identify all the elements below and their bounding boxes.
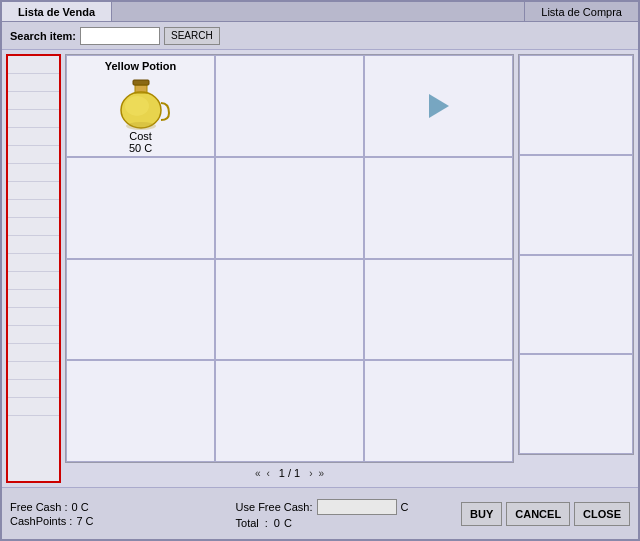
grid-cell-0[interactable]: Yellow Potion	[66, 55, 215, 157]
right-panel	[518, 50, 638, 487]
potion-image	[111, 78, 171, 133]
list-item[interactable]	[8, 362, 59, 380]
arrow-cursor-icon	[429, 94, 449, 118]
item-cost-label: Cost	[67, 130, 214, 142]
list-item[interactable]	[8, 254, 59, 272]
item-cost-value: 50 C	[67, 142, 214, 154]
right-cell-2[interactable]	[519, 255, 633, 355]
use-free-cash-unit: C	[401, 501, 409, 513]
total-label: Total	[236, 517, 259, 529]
grid-cell-2	[364, 55, 513, 157]
left-panel	[6, 54, 61, 483]
total-value: 0	[274, 517, 280, 529]
page-next-button[interactable]: ›	[308, 468, 313, 479]
list-item[interactable]	[8, 398, 59, 416]
list-item[interactable]	[8, 344, 59, 362]
tab-lista-compra[interactable]: Lista de Compra	[525, 2, 638, 21]
list-item[interactable]	[8, 290, 59, 308]
buy-button[interactable]: BUY	[461, 502, 502, 526]
title-bar: Lista de Venda Lista de Compra	[2, 2, 638, 22]
list-item[interactable]	[8, 110, 59, 128]
right-cell-3[interactable]	[519, 354, 633, 454]
list-item[interactable]	[8, 92, 59, 110]
close-button[interactable]: CLOSE	[574, 502, 630, 526]
page-prev-button[interactable]: ‹	[265, 468, 270, 479]
grid-cell-9[interactable]	[66, 360, 215, 462]
list-item[interactable]	[8, 272, 59, 290]
footer-left: Free Cash : 0 C CashPoints : 7 C	[10, 501, 228, 527]
svg-point-3	[125, 96, 149, 116]
grid-cell-8[interactable]	[364, 259, 513, 361]
right-grid	[518, 54, 634, 455]
right-cell-1[interactable]	[519, 155, 633, 255]
list-item[interactable]	[8, 308, 59, 326]
free-cash-label: Free Cash :	[10, 501, 67, 513]
page-last-button[interactable]: »	[318, 468, 326, 479]
page-first-button[interactable]: «	[254, 468, 262, 479]
list-item[interactable]	[8, 74, 59, 92]
free-cash-value: 0 C	[71, 501, 88, 513]
list-item[interactable]	[8, 326, 59, 344]
center-area: Yellow Potion	[61, 50, 518, 487]
search-button[interactable]: SEARCH	[164, 27, 220, 45]
list-item[interactable]	[8, 128, 59, 146]
total-unit: C	[284, 517, 292, 529]
footer-row-cash: Free Cash : 0 C	[10, 501, 228, 513]
cash-points-label: CashPoints :	[10, 515, 72, 527]
tab-lista-venda[interactable]: Lista de Venda	[2, 2, 112, 21]
grid-cell-1[interactable]	[215, 55, 364, 157]
grid-cell-6[interactable]	[66, 259, 215, 361]
footer-row-total: Total : 0 C	[236, 517, 454, 529]
page-info: 1 / 1	[275, 467, 304, 479]
main-window: Lista de Venda Lista de Compra Search it…	[0, 0, 640, 541]
left-panel-inner	[8, 56, 59, 416]
list-item[interactable]	[8, 380, 59, 398]
main-content: Yellow Potion	[2, 50, 638, 487]
footer-row-use-free-cash: Use Free Cash: C	[236, 499, 454, 515]
use-free-cash-label: Use Free Cash:	[236, 501, 313, 513]
pagination: « ‹ 1 / 1 › »	[65, 463, 514, 483]
footer-buttons: BUY CANCEL CLOSE	[461, 502, 630, 526]
list-item[interactable]	[8, 182, 59, 200]
item-name: Yellow Potion	[67, 60, 214, 72]
grid-cell-4[interactable]	[215, 157, 364, 259]
search-bar: Search item: SEARCH	[2, 22, 638, 50]
list-item[interactable]	[8, 200, 59, 218]
grid-cell-3[interactable]	[66, 157, 215, 259]
search-input[interactable]	[80, 27, 160, 45]
svg-rect-0	[133, 80, 149, 85]
cancel-button[interactable]: CANCEL	[506, 502, 570, 526]
list-item[interactable]	[8, 56, 59, 74]
cash-points-value: 7 C	[76, 515, 93, 527]
list-item[interactable]	[8, 146, 59, 164]
grid-cell-11[interactable]	[364, 360, 513, 462]
grid-cell-5[interactable]	[364, 157, 513, 259]
list-item[interactable]	[8, 236, 59, 254]
right-cell-0[interactable]	[519, 55, 633, 155]
grid-cell-10[interactable]	[215, 360, 364, 462]
use-free-cash-input[interactable]	[317, 499, 397, 515]
footer: Free Cash : 0 C CashPoints : 7 C Use Fre…	[2, 487, 638, 539]
list-item[interactable]	[8, 218, 59, 236]
list-item[interactable]	[8, 164, 59, 182]
grid-cell-7[interactable]	[215, 259, 364, 361]
search-label: Search item:	[10, 30, 76, 42]
footer-row-cashpoints: CashPoints : 7 C	[10, 515, 228, 527]
footer-center: Use Free Cash: C Total : 0 C	[236, 499, 454, 529]
item-grid: Yellow Potion	[65, 54, 514, 463]
